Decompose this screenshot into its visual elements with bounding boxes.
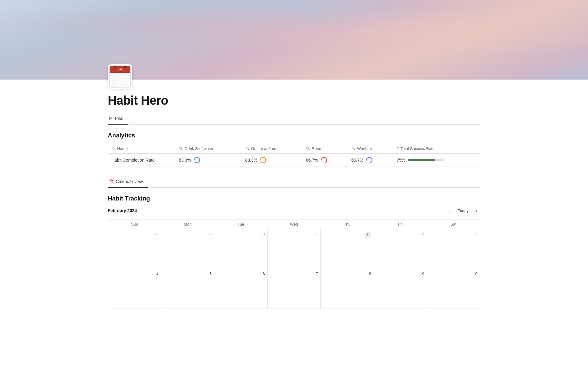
calendar-icon: 📅	[109, 179, 114, 184]
weekday-header-cell: Mon	[161, 219, 214, 229]
calendar-weekday-row: SunMonTueWedThuFriSat	[108, 219, 480, 229]
calendar-week-row: 28293031123	[108, 229, 480, 269]
calendar-day-cell[interactable]: 9	[374, 269, 427, 309]
tab-total[interactable]: ⊞ Total	[108, 114, 128, 125]
today-button[interactable]: Today	[456, 208, 470, 214]
weekday-header-cell: Wed	[267, 219, 321, 229]
calendar-day-cell[interactable]: 10	[427, 269, 480, 309]
prev-month-button[interactable]: ‹	[446, 207, 454, 214]
cell-get-up: 83.3%	[242, 154, 302, 167]
sigma-icon: Σ	[397, 147, 399, 151]
search-icon-3: 🔍	[306, 147, 310, 151]
col-drink-water: 🔍 Drink 2l of water	[175, 144, 242, 154]
tab-calendar[interactable]: 📅 Calendar view	[108, 177, 148, 188]
weekday-header-cell: Fri	[374, 219, 427, 229]
calendar-day-cell[interactable]: 3	[427, 229, 480, 269]
weekday-header-cell: Tue	[214, 219, 268, 229]
calendar-day-cell[interactable]: 29	[161, 229, 214, 269]
page-icon: JUL	[108, 64, 132, 89]
tab-total-label: Total	[114, 116, 123, 121]
calendar-day-cell[interactable]: 7	[267, 269, 321, 309]
calendar-nav: February 2024 ‹ Today ›	[108, 207, 480, 214]
col-get-up: 🔍 Get up at 5am	[242, 144, 302, 154]
row-name: Habit Completion Rate	[108, 154, 175, 167]
calendar-day-cell[interactable]: 28	[108, 229, 161, 269]
analytics-table: Aa Name 🔍 Drink 2l of water 🔍 Get up at …	[108, 144, 480, 167]
search-icon-2: 🔍	[245, 147, 250, 151]
analytics-title: Analytics	[108, 132, 480, 139]
hero-banner	[0, 0, 588, 80]
calendar-day-cell[interactable]: 30	[214, 229, 268, 269]
search-icon-4: 🔍	[351, 147, 356, 151]
calendar-day-cell[interactable]: 5	[161, 269, 214, 309]
tab-row-2: 📅 Calendar view	[108, 177, 480, 188]
calendar-day-cell[interactable]: 8	[321, 269, 374, 309]
page-title: Habit Hero	[108, 94, 480, 107]
nav-controls: ‹ Today ›	[446, 207, 480, 214]
search-icon-1: 🔍	[179, 147, 183, 151]
calendar-day-cell[interactable]: 1	[321, 229, 374, 269]
habit-tracking-title: Habit Tracking	[108, 195, 480, 202]
cell-read: 66.7%	[302, 154, 348, 167]
cell-total-success: 75%	[393, 154, 480, 167]
calendar-day-cell[interactable]: 31	[267, 229, 321, 269]
tab-calendar-label: Calendar view	[116, 179, 143, 184]
next-month-button[interactable]: ›	[473, 207, 480, 214]
calendar-day-cell[interactable]: 4	[108, 269, 161, 309]
calendar-week-row: 45678910	[108, 269, 480, 309]
aa-icon: Aa	[111, 147, 115, 151]
cell-workout: 66.7%	[348, 154, 393, 167]
weekday-header-cell: Sat	[427, 219, 480, 229]
calendar-day-cell[interactable]: 2	[374, 229, 427, 269]
analytics-header-row: Aa Name 🔍 Drink 2l of water 🔍 Get up at …	[108, 144, 480, 154]
col-total-success: Σ Total Success Rate	[393, 144, 480, 154]
analytics-row: Habit Completion Rate 83.3% 83.3% 66.7%	[108, 154, 480, 167]
grid-icon: ⊞	[109, 116, 112, 121]
weekday-header-cell: Sun	[108, 219, 161, 229]
weekday-header-cell: Thu	[321, 219, 374, 229]
col-workout: 🔍 Workout	[348, 144, 393, 154]
calendar-grid: SunMonTueWedThuFriSat 282930311234567891…	[108, 219, 480, 309]
col-name: Aa Name	[108, 144, 175, 154]
calendar-day-cell[interactable]: 6	[214, 269, 268, 309]
cell-drink-water: 83.3%	[175, 154, 242, 167]
calendar-month-label: February 2024	[108, 208, 137, 213]
col-read: 🔍 Read	[302, 144, 348, 154]
tab-row-1: ⊞ Total	[108, 114, 480, 125]
